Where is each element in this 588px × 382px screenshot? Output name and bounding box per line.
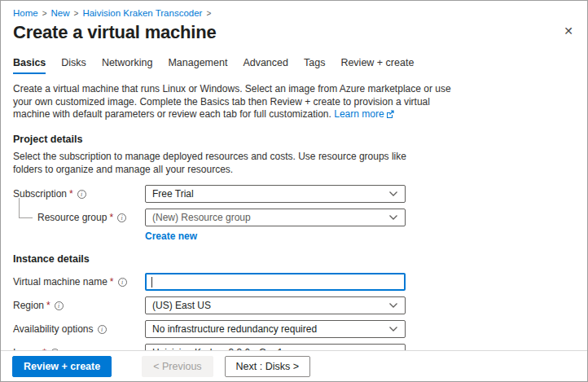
tab-disks[interactable]: Disks (61, 57, 86, 74)
learn-more-link[interactable]: Learn more (334, 108, 384, 120)
required-asterisk: * (110, 276, 114, 288)
subscription-label: Subscription* i (13, 185, 145, 200)
availability-options-label: Availability options i (13, 320, 145, 335)
info-icon[interactable]: i (55, 301, 64, 310)
breadcrumb-separator: > (74, 9, 79, 18)
tab-management[interactable]: Management (168, 57, 227, 74)
intro-text: Create a virtual machine that runs Linux… (13, 83, 463, 122)
required-asterisk: * (109, 212, 113, 223)
required-asterisk: * (69, 188, 73, 200)
instance-details-heading: Instance details (13, 253, 575, 265)
breadcrumb-separator: > (42, 9, 47, 18)
chevron-down-icon (388, 212, 398, 223)
close-icon[interactable]: ✕ (564, 25, 573, 37)
breadcrumb-separator: > (206, 9, 211, 18)
info-icon[interactable]: i (118, 278, 127, 287)
breadcrumb-home-link[interactable]: Home (13, 8, 38, 18)
breadcrumb-new-link[interactable]: New (51, 8, 70, 18)
info-icon[interactable]: i (98, 325, 107, 334)
tab-review-create[interactable]: Review + create (340, 57, 414, 74)
breadcrumb: Home > New > Haivision Kraken Transcoder… (13, 1, 575, 18)
chevron-down-icon (388, 323, 398, 335)
page-title: Create a virtual machine (13, 22, 217, 43)
required-asterisk: * (46, 300, 50, 311)
info-icon[interactable]: i (117, 213, 126, 222)
review-create-button[interactable]: Review + create (12, 356, 112, 377)
region-row: Region* i (US) East US (13, 296, 575, 314)
next-disks-button[interactable]: Next : Disks > (225, 356, 310, 377)
availability-options-row: Availability options i No infrastructure… (13, 320, 575, 338)
previous-button[interactable]: < Previous (142, 356, 213, 377)
create-new-link[interactable]: Create new (145, 231, 197, 242)
info-icon[interactable]: i (77, 190, 86, 199)
vm-name-row: Virtual machine name* i (13, 273, 575, 291)
vm-name-label: Virtual machine name* i (13, 273, 145, 288)
region-label: Region* i (13, 296, 145, 311)
vm-name-input[interactable] (145, 273, 406, 291)
tab-basics[interactable]: Basics (13, 57, 46, 74)
external-link-icon (386, 109, 394, 122)
tab-bar: Basics Disks Networking Management Advan… (13, 57, 575, 74)
subscription-dropdown[interactable]: Free Trial (145, 185, 406, 203)
chevron-down-icon (388, 300, 398, 311)
tab-advanced[interactable]: Advanced (243, 57, 288, 74)
resource-group-row: Resource group* i (New) Resource group C… (13, 209, 575, 243)
project-details-heading: Project details (13, 134, 575, 145)
chevron-down-icon (388, 188, 398, 200)
breadcrumb-offer-link[interactable]: Haivision Kraken Transcoder (82, 8, 202, 18)
availability-options-dropdown[interactable]: No infrastructure redundancy required (145, 320, 406, 338)
tab-tags[interactable]: Tags (304, 57, 325, 74)
tab-networking[interactable]: Networking (102, 57, 153, 74)
tree-connector-line (19, 198, 33, 218)
region-dropdown[interactable]: (US) East US (145, 296, 406, 314)
resource-group-dropdown[interactable]: (New) Resource group (145, 209, 406, 226)
project-details-description: Select the subscription to manage deploy… (13, 151, 430, 176)
text-cursor (151, 277, 152, 288)
subscription-row: Subscription* i Free Trial (13, 185, 575, 203)
footer-action-bar: Review + create < Previous Next : Disks … (1, 350, 587, 381)
create-vm-blade: Home > New > Haivision Kraken Transcoder… (0, 0, 588, 382)
resource-group-label: Resource group* i (13, 209, 145, 223)
